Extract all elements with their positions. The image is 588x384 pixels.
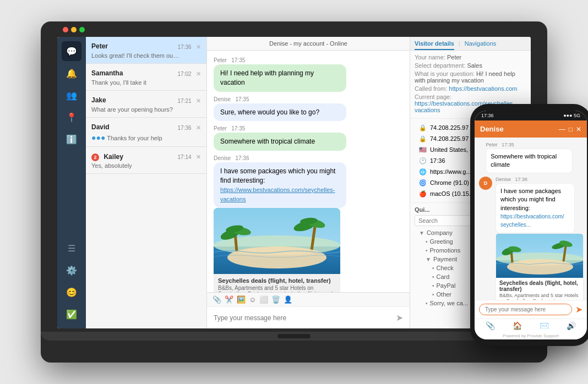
chat-close-kailey[interactable]: ✕ — [196, 153, 201, 160]
laptop: 💬 🔔 👥 📍 ℹ️ ☰ ⚙️ 😊 ✅ Pe — [41, 21, 547, 363]
frame-icon[interactable]: ⬜ — [259, 295, 268, 304]
chat-time-kailey: 17:14 — [178, 154, 192, 160]
phone-minimize-icon[interactable]: — — [559, 125, 565, 133]
sidebar-item-notifications[interactable]: 🔔 — [62, 63, 81, 83]
phone-email-icon[interactable]: ✉️ — [540, 321, 549, 330]
delete-icon[interactable]: 🗑️ — [271, 295, 280, 304]
sidebar-item-menu[interactable]: ☰ — [62, 238, 81, 258]
phone-toolbar: 📎 🏠 ✉️ 🔊 — [475, 319, 587, 332]
phone-close-icon[interactable]: ✕ — [576, 125, 581, 133]
traffic-lights — [63, 27, 85, 32]
message-1: Peter 17:35 Hi! I need help with plannin… — [214, 57, 403, 92]
tab-visitor-details[interactable]: Visitor details — [415, 40, 454, 50]
phone-messages: Peter 17:35 Somewhere with tropical clim… — [475, 138, 587, 300]
vacation-card-body: Seychelles deals (flight, hotel, transfe… — [214, 274, 340, 292]
cut-icon[interactable]: ✂️ — [225, 295, 233, 304]
lock-icon-1: 🔒 — [419, 124, 427, 131]
chat-messages: Peter 17:35 Hi! I need help with plannin… — [207, 51, 410, 292]
msg-bubble-1: Hi! I need help with planning my vacatio… — [214, 64, 346, 92]
maximize-button[interactable] — [79, 27, 85, 32]
sidebar-item-location[interactable]: 📍 — [62, 107, 81, 127]
chat-close-david[interactable]: ✕ — [196, 124, 201, 131]
typing-indicator: ●●● — [91, 133, 105, 142]
chat-time-jake: 17:21 — [178, 98, 192, 104]
chat-input[interactable] — [214, 314, 391, 322]
message-4: Denise 17:36 I have some packages which … — [214, 155, 403, 292]
chat-close-samantha[interactable]: ✕ — [196, 70, 201, 77]
msg-label-3: Peter 17:35 — [214, 125, 403, 131]
laptop-notch — [277, 334, 311, 338]
phone-home-icon[interactable]: 🏠 — [513, 321, 522, 330]
chat-item-peter[interactable]: Peter 17:36 ✕ Looks great! I'll check th… — [86, 37, 206, 64]
phone-msg-2: D Denise 17:36 I have some packages whic… — [479, 177, 582, 300]
sidebar-item-settings[interactable]: ⚙️ — [62, 260, 81, 280]
user-icon[interactable]: 👤 — [284, 295, 292, 304]
close-button[interactable] — [63, 27, 68, 32]
phone-input-area: ➤ — [475, 300, 587, 319]
phone-header-icons: — □ ✕ — [559, 125, 581, 133]
sidebar-item-info[interactable]: ℹ️ — [62, 129, 81, 149]
image-icon[interactable]: 🖼️ — [237, 295, 246, 304]
phone-link[interactable]: https://bestvacations.com/ seychelles... — [500, 213, 564, 228]
phone-maximize-icon[interactable]: □ — [569, 125, 573, 133]
phone-send-button[interactable]: ➤ — [575, 304, 582, 315]
phone-screen: 17:36 ●●● 5G Denise — □ ✕ Peter 17:35 S — [475, 111, 587, 339]
sidebar-item-status[interactable]: ✅ — [62, 304, 81, 324]
chat-item-kailey[interactable]: 2 Kailey 17:14 ✕ Yes, absolutely — [86, 147, 206, 174]
tab-navigations[interactable]: Navigations — [465, 40, 496, 50]
msg-label-4: Denise 17:36 — [214, 155, 403, 161]
phone-sound-icon[interactable]: 🔊 — [567, 321, 576, 330]
chat-input-area: ➤ — [207, 306, 410, 328]
vacation-card-desc: B&Bs, Apartments and 5 star Hotels on Se… — [218, 285, 336, 292]
phone-status-bar: 17:36 ●●● 5G — [475, 111, 587, 120]
message-2: Denise 17:35 Sure, where would you like … — [214, 96, 403, 122]
chat-name-david: David — [91, 123, 110, 131]
lock-icon-2: 🔒 — [419, 135, 427, 142]
chat-preview-jake: What are your opening hours? — [91, 106, 179, 113]
sidebar-item-emoji[interactable]: 😊 — [62, 282, 81, 302]
emoji-icon[interactable]: ☺️ — [249, 295, 256, 304]
attach-icon[interactable]: 📎 — [213, 295, 221, 304]
msg-label-1: Peter 17:35 — [214, 57, 403, 63]
chat-preview-peter: Looks great! I'll check them out. Th... — [91, 52, 179, 59]
called-from-link[interactable]: https://bestvacations.com — [449, 85, 517, 92]
minimize-button[interactable] — [71, 27, 77, 32]
chat-name-peter: Peter — [91, 42, 108, 50]
send-button[interactable]: ➤ — [396, 312, 403, 323]
globe-icon: 🌐 — [419, 168, 427, 175]
phone-bubble-1: Somewhere with tropical climate — [486, 149, 573, 173]
msg-bubble-3: Somewhere with tropical climate — [214, 133, 346, 151]
phone-chat-header: Denise — □ ✕ — [475, 120, 587, 138]
vacation-link[interactable]: https://www.bestvacations.com/seychelles… — [220, 186, 335, 202]
chat-item-samantha[interactable]: Samantha 17:02 ✕ Thank you, I'll take it — [86, 64, 206, 91]
phone-msg-1: Peter 17:35 Somewhere with tropical clim… — [479, 142, 582, 173]
phone-branding: Powered by Provide Support — [475, 332, 587, 339]
phone-header-title: Denise — [480, 125, 504, 133]
phone-chat-input[interactable] — [479, 304, 572, 315]
sidebar-item-chat[interactable]: 💬 — [62, 41, 81, 61]
bullet-icon-3: • — [432, 265, 434, 271]
bullet-icon-7: • — [426, 300, 428, 306]
chat-header: Denise - my account - Online — [207, 37, 410, 51]
phone-attach-icon[interactable]: 📎 — [486, 321, 495, 330]
visitor-name-row: Your name: Peter — [415, 54, 526, 61]
phone-bubble-2: I have some packages which you might fin… — [496, 183, 575, 233]
phone: 17:36 ●●● 5G Denise — □ ✕ Peter 17:35 S — [470, 104, 588, 346]
chat-time-david: 17:36 — [178, 125, 192, 131]
chat-name-kailey: Kailey — [104, 153, 123, 161]
msg-bubble-4: I have some packages which you might fin… — [214, 162, 346, 208]
chat-item-david[interactable]: David 17:36 ✕ ●●● Thanks for your help — [86, 118, 206, 147]
phone-time: 17:36 — [481, 113, 494, 118]
chat-close-jake[interactable]: ✕ — [196, 97, 201, 104]
chat-close-peter[interactable]: ✕ — [196, 43, 201, 50]
phone-card-image — [496, 234, 584, 278]
phone-signal: ●●● 5G — [563, 113, 580, 118]
chat-list: Peter 17:36 ✕ Looks great! I'll check th… — [86, 37, 207, 328]
phone-agent-avatar: D — [479, 177, 492, 190]
chat-preview-kailey: Yes, absolutely — [91, 162, 179, 169]
chat-item-jake[interactable]: Jake 17:21 ✕ What are your opening hours… — [86, 91, 206, 118]
browser-icon: 🌀 — [419, 179, 427, 186]
right-panel-tabs: Visitor details | Navigations — [410, 37, 531, 51]
sidebar-item-contacts[interactable]: 👥 — [62, 85, 81, 105]
visitor-called-from-row: Called from: https://bestvacations.com — [415, 85, 526, 92]
